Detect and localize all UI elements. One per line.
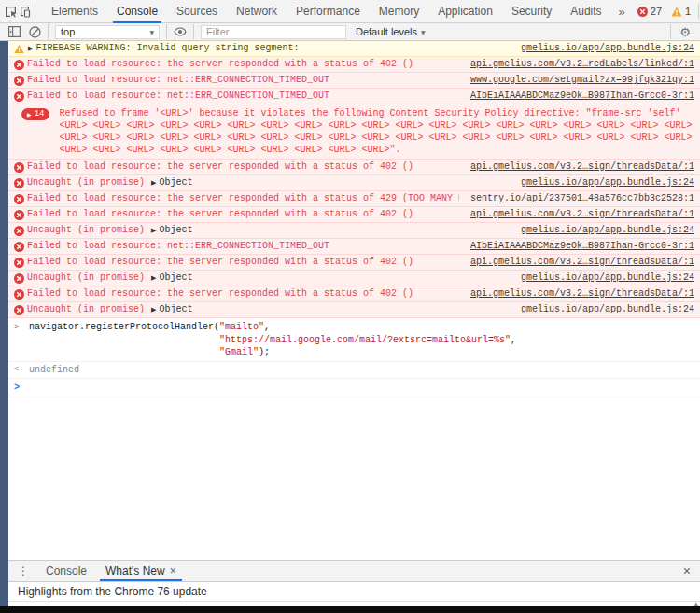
error-icon: [14, 91, 27, 102]
toolbar-divider: [670, 24, 671, 39]
toolbar-divider: [35, 4, 35, 19]
object-expander[interactable]: Object: [159, 304, 192, 314]
more-tabs-icon[interactable]: »: [611, 0, 633, 23]
error-icon: [14, 273, 27, 284]
error-icon: [14, 289, 27, 300]
expand-triangle-icon[interactable]: ▶: [28, 41, 33, 56]
main-toolbar: Elements Console Sources Network Perform…: [0, 0, 700, 23]
close-tab-icon[interactable]: ×: [170, 564, 176, 578]
tab-application[interactable]: Application: [428, 0, 502, 23]
expand-triangle-icon[interactable]: ▶: [151, 179, 156, 187]
inspect-element-icon[interactable]: [4, 0, 18, 22]
error-icon: [14, 162, 27, 173]
source-link[interactable]: gmelius.io/app/app.bundle.js:24: [521, 41, 694, 56]
console-error-row: Failed to load resource: the server resp…: [8, 255, 700, 271]
console-error-row: Failed to load resource: the server resp…: [8, 57, 700, 73]
source-link[interactable]: gmelius.io/app/app.bundle.js:24: [521, 175, 694, 190]
console-command-echo: > navigator.registerProtocolHandler("mai…: [8, 318, 700, 362]
drawer-tab-console[interactable]: Console: [36, 561, 96, 581]
expand-triangle-icon[interactable]: ▶: [151, 274, 156, 282]
expand-triangle-icon[interactable]: ▶: [151, 227, 156, 234]
tab-network[interactable]: Network: [227, 0, 287, 23]
warning-icon: [671, 7, 682, 17]
console-uncaught-row: Uncaught (in promise) ▶Object gmelius.io…: [8, 302, 700, 318]
command-chevron-icon: >: [14, 321, 29, 334]
error-icon: [14, 194, 27, 204]
tab-security[interactable]: Security: [502, 0, 561, 23]
object-expander[interactable]: Object: [159, 272, 192, 283]
source-link[interactable]: api.gmelius.com/v3.2…sign/threadsData/:1: [470, 286, 694, 301]
console-error-row: Failed to load resource: the server resp…: [8, 207, 700, 223]
tab-elements[interactable]: Elements: [42, 0, 107, 23]
source-link[interactable]: api.gmelius.com/v3.2…sign/threadsData/:1: [470, 160, 694, 174]
source-link[interactable]: api.gmelius.com/v3.2…sign/threadsData/:1: [470, 255, 694, 270]
page-bottom-bar: [0, 606, 700, 613]
bottom-drawer: ⋮ Console What's New × × Highlights from…: [8, 560, 700, 606]
source-link[interactable]: AIbEiAIAAABDCMaz9eOk…B987Ihan-Grcc0-3r:1: [470, 239, 694, 254]
filter-input[interactable]: [201, 25, 346, 39]
tab-sources[interactable]: Sources: [167, 0, 227, 23]
scrollbar-up-icon[interactable]: ▲: [693, 600, 698, 606]
tab-console[interactable]: Console: [107, 0, 167, 23]
object-expander[interactable]: Object: [159, 177, 192, 188]
drawer-close-icon[interactable]: ×: [674, 561, 700, 581]
console-error-row: Failed to load resource: the server resp…: [8, 191, 700, 207]
whats-new-title: Highlights from the Chrome 76 update: [8, 582, 700, 602]
console-messages-pane: ▶ FIREBASE WARNING: Invalid query string…: [8, 41, 700, 606]
live-expression-eye-icon[interactable]: [170, 24, 190, 40]
console-warning-row: ▶ FIREBASE WARNING: Invalid query string…: [8, 41, 700, 57]
expand-triangle-icon[interactable]: ▶: [151, 306, 156, 313]
error-icon: [14, 76, 27, 86]
error-icon: [14, 60, 27, 70]
error-icon: [637, 7, 648, 17]
error-icon: [14, 242, 27, 252]
toolbar-divider: [166, 24, 167, 39]
console-command-result: <· undefined: [8, 362, 700, 379]
execution-context-selector[interactable]: top ▼: [55, 25, 160, 39]
expand-triangle-icon: ▶: [27, 108, 32, 120]
drawer-toolbar: ⋮ Console What's New × ×: [8, 561, 700, 582]
source-link[interactable]: AIbEiAIAAABDCMaz9eOk…B987Ihan-Grcc0-3r:1: [470, 89, 694, 104]
source-link[interactable]: sentry.io/api/237501…48a576cc7bb3c2528:1: [470, 191, 694, 206]
result-arrow-icon: <·: [14, 364, 29, 376]
log-levels-dropdown[interactable]: Default levels ▼: [352, 26, 429, 37]
console-uncaught-row: Uncaught (in promise) ▶Object gmelius.io…: [8, 223, 700, 239]
tab-memory[interactable]: Memory: [370, 0, 428, 23]
panel-tabs: Elements Console Sources Network Perform…: [42, 0, 633, 23]
device-toolbar-icon[interactable]: [18, 0, 32, 22]
settings-gear-icon[interactable]: ⚙: [674, 25, 696, 39]
repeat-count-badge[interactable]: ▶ 14: [21, 108, 49, 120]
console-prompt[interactable]: >: [8, 379, 700, 397]
console-error-row: Failed to load resource: net::ERR_CONNEC…: [8, 73, 700, 89]
source-link[interactable]: www.google.com/setgmail?zx=99jfqk321qy:1: [470, 73, 694, 88]
toolbar-divider: [193, 24, 194, 39]
chevron-down-icon: ▼: [149, 29, 154, 35]
error-icon: [14, 210, 27, 220]
error-icon: [14, 305, 27, 315]
drawer-tab-whats-new[interactable]: What's New ×: [96, 561, 186, 581]
source-link[interactable]: gmelius.io/app/app.bundle.js:24: [521, 223, 694, 238]
prompt-chevron-icon: >: [14, 383, 20, 393]
console-error-row: Failed to load resource: net::ERR_CONNEC…: [8, 239, 700, 255]
chevron-down-icon: ▼: [421, 29, 426, 35]
clear-console-icon[interactable]: [24, 24, 45, 40]
warning-count-badge[interactable]: 1: [671, 6, 691, 17]
source-link[interactable]: api.gmelius.com/v3.2…redLabels/linked/:1: [470, 57, 694, 72]
error-icon: [14, 258, 27, 268]
tab-performance[interactable]: Performance: [287, 0, 370, 23]
console-uncaught-row: Uncaught (in promise) ▶Object gmelius.io…: [8, 175, 700, 191]
console-sidebar-icon[interactable]: [4, 24, 24, 40]
console-uncaught-row: Uncaught (in promise) ▶Object gmelius.io…: [8, 271, 700, 286]
devtools-window: Elements Console Sources Network Perform…: [0, 0, 700, 613]
source-link[interactable]: gmelius.io/app/app.bundle.js:24: [521, 271, 694, 286]
console-empty-area[interactable]: [8, 397, 700, 560]
source-link[interactable]: api.gmelius.com/v3.2…sign/threadsData/:1: [470, 207, 694, 222]
drawer-menu-icon[interactable]: ⋮: [8, 561, 36, 581]
source-link[interactable]: gmelius.io/app/app.bundle.js:24: [521, 302, 694, 317]
error-count-badge[interactable]: 27: [637, 6, 662, 17]
content-row: ▶ FIREBASE WARNING: Invalid query string…: [0, 41, 700, 606]
console-error-row: Failed to load resource: the server resp…: [8, 286, 700, 302]
whats-new-content: ▲: [8, 602, 700, 606]
object-expander[interactable]: Object: [159, 225, 192, 235]
tab-audits[interactable]: Audits: [561, 0, 610, 23]
